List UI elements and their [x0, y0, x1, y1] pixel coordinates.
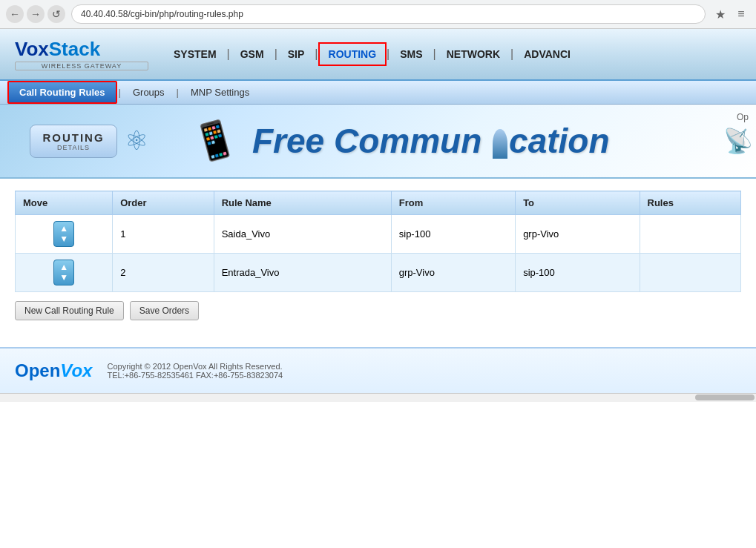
top-nav: VoxStack WIRELESS GATEWAY SYSTEM | GSM |…	[0, 29, 756, 81]
scrollbar-thumb[interactable]	[695, 395, 755, 400]
col-header-order: Order	[113, 191, 214, 215]
footer-tel: TEL:+86-755-82535461 FAX:+86-755-8382307…	[107, 371, 283, 380]
routing-sub: DETAILS	[42, 144, 104, 151]
col-header-move: Move	[16, 191, 113, 215]
nav-item-network[interactable]: NETWORK	[436, 42, 510, 66]
nav-item-advanced[interactable]: ADVANCI	[513, 42, 581, 66]
save-orders-button[interactable]: Save Orders	[130, 301, 199, 320]
banner-center: 📱 Free Commun cation	[178, 120, 697, 162]
rule-name-cell: Entrada_Vivo	[214, 253, 391, 291]
move-arrows-button[interactable]: ▲▼	[53, 260, 74, 285]
new-call-routing-rule-button[interactable]: New Call Routing Rule	[15, 301, 124, 320]
rules-cell	[640, 215, 741, 254]
rule-name-cell: Saida_Vivo	[214, 215, 391, 254]
footer-copyright: Copyright © 2012 OpenVox All Rights Rese…	[107, 362, 283, 371]
refresh-button[interactable]: ↺	[47, 5, 65, 23]
scrollbar-area	[0, 393, 756, 402]
atom-icon: ⚛	[125, 125, 148, 156]
nav-item-sms[interactable]: SMS	[389, 42, 433, 66]
table-row: ▲▼2Entrada_Vivogrp-Vivosip-100	[16, 253, 741, 291]
footer-logo-open: Open	[15, 360, 60, 380]
footer-logo: OpenVox	[15, 360, 92, 381]
banner: ROUTING DETAILS ⚛ 📱 Free Commun cation O…	[0, 105, 756, 179]
nav-item-sip[interactable]: SIP	[277, 42, 315, 66]
logo-stack: Stack	[49, 38, 100, 60]
action-buttons: New Call Routing Rule Save Orders	[15, 301, 741, 320]
table-row: ▲▼1Saida_Vivosip-100grp-Vivo	[16, 215, 741, 254]
browser-chrome: ← → ↺ ★ ≡	[0, 0, 756, 29]
back-button[interactable]: ←	[6, 5, 24, 23]
nav-item-gsm[interactable]: GSM	[230, 42, 275, 66]
menu-button[interactable]: ≡	[732, 5, 750, 23]
phone-icon: 📱	[188, 115, 242, 167]
rules-cell	[640, 253, 741, 291]
from-cell: sip-100	[391, 215, 515, 254]
order-cell: 1	[113, 215, 214, 254]
content-area: Move Order Rule Name From To Rules ▲▼1Sa…	[0, 179, 756, 332]
nav-menu: SYSTEM | GSM | SIP | ROUTING | SMS | NET…	[163, 42, 756, 66]
subnav-sep-2: |	[175, 87, 180, 98]
move-arrows-button[interactable]: ▲▼	[53, 221, 74, 247]
browser-nav-buttons: ← → ↺	[6, 5, 65, 23]
banner-text: Free Commun cation	[252, 121, 610, 161]
satellite-icon: 📡	[723, 127, 753, 155]
forward-button[interactable]: →	[27, 5, 45, 23]
subnav-sep-1: |	[117, 87, 122, 98]
col-header-rule-name: Rule Name	[214, 191, 391, 215]
to-cell: grp-Vivo	[516, 215, 640, 254]
move-cell: ▲▼	[16, 253, 113, 291]
page-wrapper: VoxStack WIRELESS GATEWAY SYSTEM | GSM |…	[0, 29, 756, 402]
subnav-call-routing-rules[interactable]: Call Routing Rules	[7, 81, 117, 104]
to-cell: sip-100	[516, 253, 640, 291]
logo-area: VoxStack WIRELESS GATEWAY	[0, 35, 163, 73]
footer-info: Copyright © 2012 OpenVox All Rights Rese…	[107, 362, 283, 380]
logo-subtitle: WIRELESS GATEWAY	[15, 62, 148, 70]
nav-item-routing[interactable]: ROUTING	[318, 42, 387, 66]
sub-nav: Call Routing Rules | Groups | MNP Settin…	[0, 81, 756, 105]
subnav-groups[interactable]: Groups	[122, 82, 175, 102]
routing-title: ROUTING	[42, 131, 104, 144]
browser-actions: ★ ≡	[711, 5, 750, 23]
logo: VoxStack	[15, 38, 148, 61]
banner-right: Op 📡	[697, 124, 756, 158]
col-header-from: From	[391, 191, 515, 215]
subnav-mnp-settings[interactable]: MNP Settings	[180, 82, 260, 102]
address-bar[interactable]	[71, 4, 706, 24]
logo-vox: Vox	[15, 38, 49, 60]
col-header-rules: Rules	[640, 191, 741, 215]
footer: OpenVox Copyright © 2012 OpenVox All Rig…	[0, 347, 756, 393]
banner-op-text: Op	[737, 112, 749, 122]
nav-item-system[interactable]: SYSTEM	[163, 42, 227, 66]
order-cell: 2	[113, 253, 214, 291]
col-header-to: To	[516, 191, 640, 215]
banner-left: ROUTING DETAILS ⚛	[0, 117, 178, 165]
routing-box: ROUTING DETAILS	[30, 125, 116, 158]
bookmark-button[interactable]: ★	[711, 5, 729, 23]
footer-logo-vox: Vox	[60, 360, 92, 380]
move-cell: ▲▼	[16, 215, 113, 254]
from-cell: grp-Vivo	[391, 253, 515, 291]
routing-table: Move Order Rule Name From To Rules ▲▼1Sa…	[15, 191, 741, 292]
